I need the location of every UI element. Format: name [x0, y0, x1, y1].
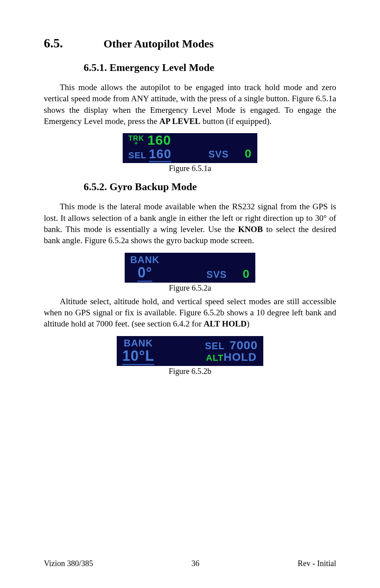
- sel-value: 7000: [229, 339, 258, 351]
- page-footer: Vizion 380/385 36 Rev - Initial: [44, 559, 336, 568]
- svs-zero: 0: [245, 147, 252, 159]
- ap-level-label: AP LEVEL: [159, 116, 200, 126]
- plus-icon: +: [134, 140, 138, 146]
- alt-hold-label: ALT HOLD: [204, 319, 247, 328]
- sel-value: 160: [149, 147, 171, 162]
- sel-label: SEL: [205, 340, 225, 352]
- section-number: 6.5.: [44, 36, 104, 51]
- subsection-6-5-2-title: 6.5.2. Gyro Backup Mode: [84, 181, 336, 193]
- lcd-display-1: TRK + 160 SEL 160 SVS 0: [123, 133, 257, 163]
- figure-caption-6-5-2b: Figure 6.5.2b: [168, 367, 211, 376]
- bank-value: 10°L: [122, 349, 154, 365]
- lcd-display-2: BANK 0° SVS 0: [125, 253, 255, 283]
- para-6-5-2b: Altitude select, altitude hold, and vert…: [44, 296, 336, 330]
- figure-6-5-2b: BANK 10°L SEL 7000 ALTHOLD Figure 6.5.2b: [44, 336, 336, 376]
- section-title: Other Autopilot Modes: [104, 37, 214, 50]
- alt-label: ALT: [206, 353, 223, 363]
- hold-label: HOLD: [223, 352, 257, 363]
- para-text: ): [247, 319, 249, 328]
- para-6-5-1: This mode allows the autopilot to be eng…: [44, 82, 336, 127]
- figure-caption-6-5-2a: Figure 6.5.2a: [169, 283, 211, 293]
- svs-zero: 0: [243, 268, 250, 280]
- footer-right: Rev - Initial: [298, 559, 336, 568]
- svs-label: SVS: [206, 269, 227, 280]
- para-text: Altitude select, altitude hold, and vert…: [44, 297, 336, 329]
- figure-6-5-1a: TRK + 160 SEL 160 SVS 0 Figure 6.5.1a: [44, 133, 336, 173]
- bank-label: BANK: [130, 254, 159, 265]
- footer-page-number: 36: [192, 559, 200, 568]
- page: 6.5. Other Autopilot Modes 6.5.1. Emerge…: [0, 0, 380, 588]
- sel-label: SEL: [128, 150, 147, 161]
- figure-6-5-2a: BANK 0° SVS 0 Figure 6.5.2a: [44, 253, 336, 293]
- para-6-5-2a: This mode is the lateral mode available …: [44, 201, 336, 246]
- svs-label: SVS: [208, 149, 229, 160]
- footer-left: Vizion 380/385: [44, 559, 93, 568]
- figure-caption-6-5-1a: Figure 6.5.1a: [169, 164, 211, 173]
- lcd-display-3: BANK 10°L SEL 7000 ALTHOLD: [117, 336, 263, 366]
- knob-label: KNOB: [238, 224, 263, 234]
- bank-value: 0°: [137, 265, 152, 282]
- section-heading: 6.5. Other Autopilot Modes: [44, 36, 336, 51]
- bank-label: BANK: [124, 338, 153, 349]
- trk-value: 160: [147, 133, 171, 147]
- para-text: button (if equipped).: [200, 116, 271, 126]
- subsection-6-5-1-title: 6.5.1. Emergency Level Mode: [84, 62, 336, 74]
